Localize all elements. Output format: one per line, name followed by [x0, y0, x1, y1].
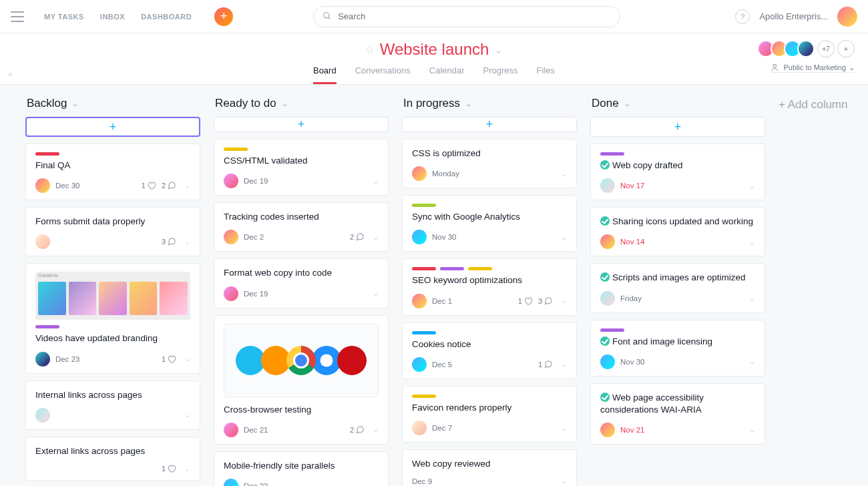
task-card[interactable]: Sync with Google AnalyticsNov 30⌄	[402, 195, 577, 252]
task-card[interactable]: CSS is optimizedMonday⌄	[402, 139, 577, 188]
assignee-avatar[interactable]	[412, 421, 427, 435]
project-title[interactable]: Website launch	[380, 40, 489, 59]
card-menu-icon[interactable]: ⌄	[184, 354, 190, 363]
nav-inbox[interactable]: INBOX	[93, 9, 132, 25]
assignee-avatar[interactable]	[224, 230, 238, 244]
assignee-avatar[interactable]	[224, 423, 238, 437]
card-menu-icon[interactable]: ⌄	[749, 238, 755, 246]
nav-dashboard[interactable]: DASHBOARD	[134, 9, 198, 25]
task-card[interactable]: Final QADec 3012⌄	[25, 144, 200, 200]
card-menu-icon[interactable]: ⌄	[184, 465, 190, 473]
add-column-button[interactable]: + Add column	[779, 97, 868, 485]
column-menu-icon[interactable]: ⌄	[624, 99, 630, 108]
assignee-avatar[interactable]	[412, 166, 427, 181]
assignee-avatar[interactable]	[412, 357, 427, 372]
card-menu-icon[interactable]: ⌄	[373, 289, 379, 298]
assignee-avatar[interactable]	[600, 423, 615, 437]
assignee-avatar[interactable]	[412, 230, 427, 244]
card-menu-icon[interactable]: ⌄	[184, 411, 190, 419]
task-card[interactable]: SEO keyword optimizationsDec 113⌄	[402, 258, 577, 315]
member-avatar[interactable]	[797, 40, 815, 57]
like-count[interactable]: 1	[162, 464, 176, 473]
add-card-button[interactable]: +	[590, 117, 765, 137]
assignee-avatar[interactable]	[35, 178, 50, 193]
assignee-avatar[interactable]	[35, 234, 50, 249]
task-card[interactable]: Mobile-friendly site parallelsDec 22⌄	[214, 451, 389, 486]
card-menu-icon[interactable]: ⌄	[184, 182, 190, 190]
menu-icon[interactable]	[11, 11, 24, 22]
help-button[interactable]: ?	[735, 9, 750, 24]
card-menu-icon[interactable]: ⌄	[561, 424, 567, 433]
card-menu-icon[interactable]: ⌄	[561, 360, 567, 369]
like-count[interactable]: 1	[142, 181, 156, 190]
card-menu-icon[interactable]: ⌄	[561, 170, 567, 178]
card-menu-icon[interactable]: ⌄	[561, 233, 567, 242]
comment-count[interactable]: 2	[162, 181, 176, 190]
assignee-avatar[interactable]	[35, 352, 50, 367]
add-card-button[interactable]: +	[402, 117, 577, 132]
add-member-button[interactable]: +	[837, 40, 855, 57]
task-card[interactable]: Sharing icons updated and workingNov 14⌄	[590, 207, 765, 256]
task-card[interactable]: Forms submit data properly3⌄	[25, 207, 200, 256]
task-card[interactable]: Web copy draftedNov 17⌄	[590, 144, 765, 200]
card-menu-icon[interactable]: ⌄	[373, 177, 379, 186]
task-card[interactable]: Web page accessibility considerations WA…	[590, 383, 765, 445]
task-card[interactable]: Favicon renders properlyDec 7⌄	[402, 386, 577, 443]
task-card[interactable]: Scripts and images are optimizedFriday⌄	[590, 263, 765, 312]
tab-progress[interactable]: Progress	[483, 65, 518, 84]
user-avatar[interactable]	[837, 7, 857, 27]
tab-calendar[interactable]: Calendar	[429, 65, 465, 84]
assignee-avatar[interactable]	[224, 479, 238, 486]
org-name[interactable]: Apollo Enterpris...	[759, 11, 828, 21]
task-card[interactable]: GradientsVideos have updated brandingDec…	[25, 263, 200, 373]
comment-count[interactable]: 1	[538, 360, 553, 369]
task-card[interactable]: External links across pages1⌄	[25, 437, 200, 481]
assignee-avatar[interactable]	[600, 354, 615, 369]
comment-count[interactable]: 3	[162, 237, 176, 246]
more-members-button[interactable]: +7	[817, 40, 835, 57]
project-dropdown-icon[interactable]: ⌄	[494, 43, 503, 56]
add-card-button[interactable]: +	[25, 117, 200, 137]
task-card[interactable]: Tracking codes insertedDec 22⌄	[214, 202, 389, 252]
assignee-avatar[interactable]	[35, 408, 50, 423]
card-menu-icon[interactable]: ⌄	[373, 425, 379, 434]
global-add-button[interactable]: +	[214, 7, 233, 26]
column-menu-icon[interactable]: ⌄	[282, 99, 288, 108]
collapse-sidebar-icon[interactable]: «	[8, 69, 13, 79]
assignee-avatar[interactable]	[600, 291, 615, 306]
search-input[interactable]	[313, 6, 620, 27]
card-menu-icon[interactable]: ⌄	[749, 426, 755, 435]
tab-conversations[interactable]: Conversations	[355, 65, 411, 84]
comment-count[interactable]: 3	[538, 296, 553, 306]
card-menu-icon[interactable]: ⌄	[749, 294, 755, 302]
task-card[interactable]: Format web copy into codeDec 19⌄	[214, 258, 389, 308]
assignee-avatar[interactable]	[224, 174, 238, 188]
card-menu-icon[interactable]: ⌄	[749, 357, 755, 366]
tab-files[interactable]: Files	[537, 65, 555, 84]
tab-board[interactable]: Board	[313, 65, 337, 84]
assignee-avatar[interactable]	[412, 294, 427, 308]
column-menu-icon[interactable]: ⌄	[465, 99, 471, 108]
task-card[interactable]: Cookies noticeDec 51⌄	[402, 322, 577, 379]
task-card[interactable]: CSS/HTML validatedDec 19⌄	[214, 139, 389, 196]
task-card[interactable]: Cross-browser testingDec 212⌄	[214, 315, 389, 445]
assignee-avatar[interactable]	[600, 178, 615, 193]
task-card[interactable]: Internal links across pages⌄	[25, 381, 200, 430]
like-count[interactable]: 1	[162, 354, 176, 364]
task-card[interactable]: Font and image licensingNov 30⌄	[590, 320, 765, 377]
assignee-avatar[interactable]	[600, 234, 615, 249]
star-icon[interactable]: ☆	[365, 43, 375, 56]
task-card[interactable]: Web copy reviewedDec 9⌄	[402, 449, 577, 486]
card-menu-icon[interactable]: ⌄	[373, 233, 379, 242]
comment-count[interactable]: 2	[350, 232, 365, 242]
card-menu-icon[interactable]: ⌄	[561, 477, 567, 485]
card-menu-icon[interactable]: ⌄	[184, 238, 190, 246]
assignee-avatar[interactable]	[224, 286, 238, 301]
project-visibility[interactable]: Public to Marketing ⌄	[771, 63, 855, 73]
card-menu-icon[interactable]: ⌄	[373, 482, 379, 486]
add-card-button[interactable]: +	[214, 117, 389, 132]
like-count[interactable]: 1	[518, 296, 533, 306]
card-menu-icon[interactable]: ⌄	[561, 296, 567, 305]
card-menu-icon[interactable]: ⌄	[749, 182, 755, 190]
column-menu-icon[interactable]: ⌄	[72, 99, 78, 108]
